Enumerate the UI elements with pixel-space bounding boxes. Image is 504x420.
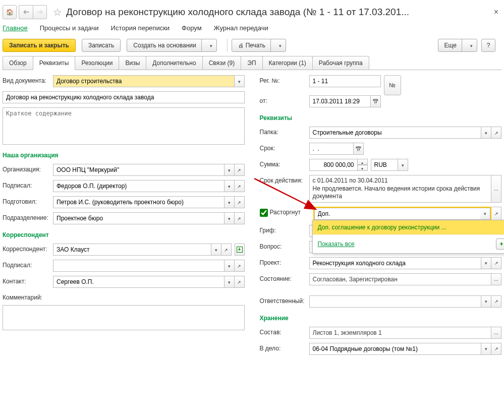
docname-input[interactable] [3,91,245,103]
brief-textarea[interactable] [3,107,245,145]
term-input[interactable] [309,143,354,155]
home-button[interactable]: 🏠 [3,5,17,19]
state-more[interactable]: ... [491,273,501,285]
project-input[interactable] [309,257,482,269]
folder-caret[interactable] [481,127,491,139]
sum-up[interactable] [358,159,368,165]
tab-categories[interactable]: Категории (1) [262,56,313,70]
print-button[interactable]: Печать [232,39,286,52]
responsible-caret[interactable] [481,295,491,308]
label-project: Проект: [260,257,309,266]
folder-open[interactable] [491,127,501,139]
nav-history[interactable]: История переписки [111,24,170,32]
tofile-open[interactable] [491,343,501,355]
caret-down-icon [228,200,231,205]
department-input[interactable] [53,212,225,224]
responsible-input[interactable] [309,295,482,308]
help-button[interactable]: ? [481,39,495,52]
project-caret[interactable] [481,257,491,269]
section-nav: Главное Процессы и задачи История перепи… [3,22,501,37]
corr-open[interactable] [221,244,232,256]
corr-add[interactable]: + [235,244,245,256]
corr-signed-caret[interactable] [225,260,235,272]
signed-open[interactable] [235,180,245,192]
plus-icon: + [237,247,243,253]
nav-main[interactable]: Главное [3,24,28,32]
back-button[interactable]: 🡠 [19,5,33,19]
tofile-caret[interactable] [481,343,491,355]
more-button[interactable]: Еще [438,39,477,52]
favorite-star-icon[interactable]: ☆ [53,6,62,18]
forward-button[interactable]: 🡢 [33,5,47,19]
contact-input[interactable] [53,276,225,288]
department-caret[interactable] [225,212,235,224]
currency-input[interactable] [371,159,398,171]
org-open[interactable] [235,164,245,176]
doctype-caret[interactable] [235,75,245,87]
terminated-caret[interactable] [480,208,490,220]
dropdown-show-all[interactable]: Показать все [318,241,355,248]
doctype-input[interactable] [53,75,235,87]
tofile-input[interactable] [309,343,482,355]
regno-input[interactable] [309,75,381,87]
from-input[interactable] [309,95,371,107]
folder-input[interactable] [309,127,482,139]
contact-open[interactable] [235,276,245,288]
sum-input[interactable] [309,159,358,171]
prepared-caret[interactable] [225,196,235,208]
tab-ep[interactable]: ЭП [241,56,262,70]
dropdown-add-button[interactable]: + [496,238,504,250]
regno-button[interactable]: № [384,75,401,95]
contact-caret[interactable] [225,276,235,288]
signed-caret[interactable] [225,180,235,192]
tab-reqs[interactable]: Реквизиты [33,56,76,70]
term-calendar[interactable] [354,143,364,155]
tab-resolutions[interactable]: Резолюции [75,56,119,70]
responsible-open[interactable] [491,295,501,308]
nav-forum[interactable]: Форум [182,24,202,32]
signed-input[interactable] [53,180,225,192]
project-open[interactable] [491,257,501,269]
detail-tabs: Обзор Реквизиты Резолюции Визы Дополните… [3,56,501,70]
department-open[interactable] [235,212,245,224]
from-calendar[interactable] [371,95,381,107]
save-close-button[interactable]: Записать и закрыть [3,39,76,52]
corr-caret[interactable] [211,244,221,256]
tab-overview[interactable]: Обзор [3,56,33,70]
tab-links[interactable]: Связи (9) [202,56,242,70]
tab-visas[interactable]: Визы [119,56,146,70]
save-button[interactable]: Записать [82,39,121,52]
open-icon [237,263,241,269]
row-signed: Подписал: [3,180,245,192]
contents-input[interactable] [309,327,492,339]
sum-down[interactable] [358,165,368,171]
validity-more[interactable]: ... [491,175,501,203]
currency-caret[interactable] [398,159,408,171]
tab-extra[interactable]: Дополнительно [146,56,202,70]
corr-signed-input[interactable] [53,260,225,272]
terminated-checkbox[interactable] [260,209,268,217]
contents-more[interactable]: ... [491,327,501,339]
prepared-open[interactable] [235,196,245,208]
more-caret[interactable] [462,39,477,52]
org-caret[interactable] [225,164,235,176]
prepared-input[interactable] [53,196,225,208]
create-from-caret[interactable] [201,39,216,52]
nav-journal[interactable]: Журнал передачи [214,24,268,32]
row-from: от: [260,95,502,107]
open-icon [494,260,498,266]
label-org: Организация: [3,164,53,173]
comment-textarea[interactable] [3,305,245,330]
tab-workgroup[interactable]: Рабочая группа [312,56,369,70]
org-input[interactable] [53,164,225,176]
create-from-button[interactable]: Создать на основании [127,39,217,52]
corr-input[interactable] [53,244,211,256]
nav-processes[interactable]: Процессы и задачи [40,24,99,32]
print-caret[interactable] [270,39,286,52]
state-input[interactable] [309,273,492,285]
terminated-input[interactable] [314,208,481,220]
corr-signed-open[interactable] [235,260,245,272]
terminated-open[interactable] [491,207,501,221]
close-button[interactable]: × [491,8,501,17]
dropdown-item[interactable]: Доп. соглашение к договору реконструкции… [313,220,505,234]
